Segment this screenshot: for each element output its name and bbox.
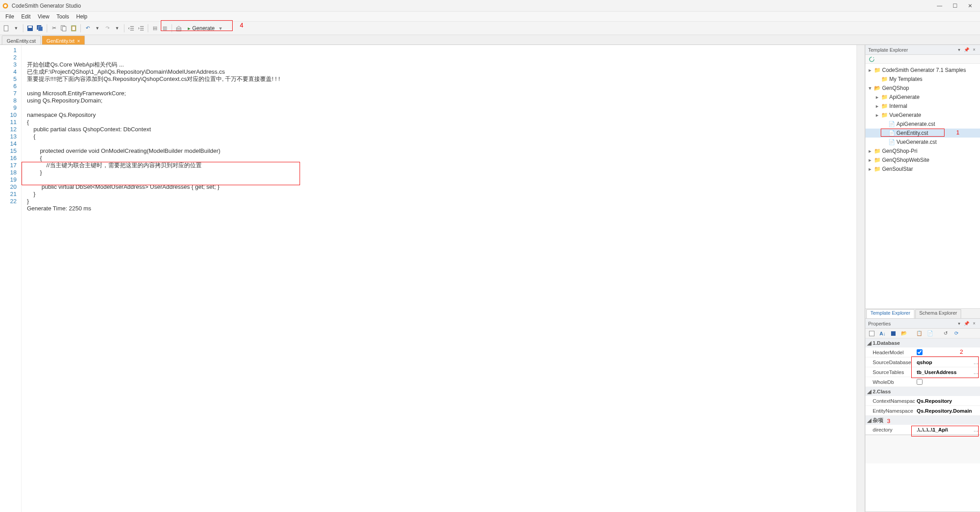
tree-node-internal[interactable]: ▸📁Internal	[865, 102, 980, 111]
template-tree[interactable]: ▸📁CodeSmith Generator 7.1 Samples 📁My Te…	[865, 64, 980, 308]
cut-button[interactable]: ✂	[49, 24, 58, 33]
properties-header: Properties ▾ 📌 ×	[865, 319, 980, 329]
prop-refresh-icon[interactable]: ⟳	[952, 329, 961, 338]
annotation-label-1: 1	[956, 129, 959, 136]
close-button[interactable]: ✕	[965, 1, 976, 10]
svg-rect-11	[177, 28, 181, 31]
close-icon[interactable]: ×	[77, 38, 80, 44]
undo-button[interactable]: ↶	[83, 24, 92, 33]
comment-button[interactable]: ▤	[150, 24, 159, 33]
copy-button[interactable]	[59, 24, 68, 33]
generate-button[interactable]: ▸ Generate ▾	[185, 23, 225, 34]
prop-reset-icon[interactable]: ↺	[941, 329, 950, 338]
menubar: File Edit View Tools Help	[0, 12, 980, 22]
tab-schema-explorer[interactable]: Schema Explorer	[915, 309, 961, 318]
tree-node-genentity-cst[interactable]: 📄GenEntity.cst	[865, 129, 980, 138]
prop-categorized-icon[interactable]	[867, 329, 876, 338]
tree-node-apigenerate-cst[interactable]: 📄ApiGenerate.cst	[865, 120, 980, 129]
prop-copy-icon[interactable]: 📋	[915, 329, 924, 338]
sourcetables-value[interactable]: tb_UserAddress	[915, 370, 972, 375]
panel-pin-icon[interactable]: 📌	[963, 321, 970, 327]
tab-template-explorer[interactable]: Template Explorer	[866, 309, 914, 318]
properties-description	[865, 435, 980, 463]
editor-area: 12345678910111213141516171819202122 开始创建…	[0, 45, 865, 512]
save-all-button[interactable]	[35, 24, 44, 33]
doctab-genentity-cst[interactable]: GenEntity.cst	[2, 36, 41, 45]
tree-node-gensoulstar[interactable]: ▸📁GenSoulStar	[865, 165, 980, 174]
directory-browse-button[interactable]: …	[972, 427, 980, 432]
tree-node-mytemplates[interactable]: 📁My Templates	[865, 75, 980, 84]
outdent-button[interactable]	[127, 24, 136, 33]
sourcedatabase-browse-button[interactable]: …	[972, 360, 980, 365]
menu-edit[interactable]: Edit	[18, 13, 34, 21]
prop-row-sourcetables[interactable]: SourceTables tb_UserAddress …	[865, 367, 980, 377]
code-editor[interactable]: 12345678910111213141516171819202122 开始创建…	[0, 45, 865, 512]
tree-node-genqshop[interactable]: ▾📂GenQShop	[865, 84, 980, 93]
app-title: CodeSmith Generator Studio	[12, 3, 81, 9]
panel-dropdown-icon[interactable]: ▾	[956, 321, 962, 327]
wholedb-checkbox[interactable]	[917, 379, 923, 385]
properties-toolbar: A↓ 📂 📋 📄 ↺ ⟳	[865, 329, 980, 338]
template-explorer-panel: Template Explorer ▾ 📌 × ▸📁CodeSmith Gene…	[865, 45, 980, 319]
tree-node-samples[interactable]: ▸📁CodeSmith Generator 7.1 Samples	[865, 66, 980, 75]
prop-section-misc[interactable]: ◢杂项	[865, 416, 980, 425]
properties-panel: Properties ▾ 📌 × A↓ 📂 📋 📄 ↺ ⟳	[865, 319, 980, 512]
redo-dropdown[interactable]: ▾	[113, 24, 122, 33]
panel-dropdown-icon[interactable]: ▾	[956, 47, 962, 53]
sourcedatabase-value[interactable]: qshop	[915, 360, 972, 365]
redo-button[interactable]: ↷	[103, 24, 112, 33]
prop-section-database[interactable]: ◢1.Database	[865, 338, 980, 347]
menu-view[interactable]: View	[34, 13, 53, 21]
property-grid[interactable]: ◢1.Database HeaderModel SourceDatabase q…	[865, 338, 980, 435]
prop-open-icon[interactable]: 📂	[900, 329, 909, 338]
prop-row-entityns[interactable]: EntityNamespace Qs.Repository.Domain	[865, 406, 980, 416]
explorer-tabs: Template Explorer Schema Explorer	[865, 308, 980, 318]
contextns-value[interactable]: Qs.Repository	[915, 398, 980, 404]
paste-button[interactable]	[69, 24, 78, 33]
tree-node-vuegenerate[interactable]: ▸📁VueGenerate	[865, 111, 980, 120]
prop-paste-icon[interactable]: 📄	[926, 329, 935, 338]
line-gutter: 12345678910111213141516171819202122	[0, 45, 22, 512]
menu-help[interactable]: Help	[73, 13, 91, 21]
prop-section-class[interactable]: ◢2.Class	[865, 387, 980, 396]
tree-node-genqshopwebsite[interactable]: ▸📁GenQShopWebSite	[865, 156, 980, 165]
entityns-value[interactable]: Qs.Repository.Domain	[915, 408, 980, 414]
new-dropdown[interactable]: ▾	[12, 24, 21, 33]
undo-dropdown[interactable]: ▾	[93, 24, 102, 33]
tree-node-genqshop-pri[interactable]: ▸📁GenQShop-Pri	[865, 147, 980, 156]
doctab-label: GenEntity.txt	[47, 38, 75, 44]
panel-close-icon[interactable]: ×	[971, 321, 977, 327]
prop-save-icon[interactable]	[889, 329, 898, 338]
uncomment-button[interactable]: ▥	[160, 24, 169, 33]
directory-value[interactable]: .\..\..\..\1_Api\	[915, 427, 972, 432]
prop-alpha-icon[interactable]: A↓	[878, 329, 887, 338]
template-explorer-toolbar	[865, 55, 980, 64]
headermodel-checkbox[interactable]	[917, 349, 923, 355]
panel-pin-icon[interactable]: 📌	[963, 47, 970, 53]
indent-button[interactable]	[137, 24, 146, 33]
new-file-button[interactable]	[2, 24, 11, 33]
save-button[interactable]	[26, 24, 35, 33]
svg-rect-4	[28, 26, 32, 28]
build-button[interactable]	[174, 24, 183, 33]
maximize-button[interactable]: ☐	[949, 1, 960, 10]
prop-row-contextns[interactable]: ContextNamespace Qs.Repository	[865, 396, 980, 406]
panel-title: Template Explorer	[868, 47, 908, 53]
code-lines[interactable]: 开始创建Qs.Core WebApi相关代码 ...已生成F:\Project\…	[22, 45, 865, 512]
doctab-label: GenEntity.cst	[7, 38, 36, 44]
prop-row-wholedb[interactable]: WholeDb	[865, 377, 980, 387]
editor-vertical-scrollbar[interactable]	[856, 45, 865, 512]
menu-file[interactable]: File	[2, 13, 18, 21]
refresh-icon[interactable]	[867, 55, 876, 64]
minimize-button[interactable]: —	[934, 1, 945, 10]
sourcetables-browse-button[interactable]: …	[972, 370, 980, 375]
panel-close-icon[interactable]: ×	[971, 47, 977, 53]
annotation-label-2: 2	[960, 348, 963, 355]
tree-node-apigenerate[interactable]: ▸📁ApiGenerate	[865, 93, 980, 102]
menu-tools[interactable]: Tools	[53, 13, 73, 21]
prop-row-sourcedatabase[interactable]: SourceDatabase qshop …	[865, 357, 980, 367]
annotation-label-3: 3	[887, 418, 890, 424]
prop-row-directory[interactable]: directory .\..\..\..\1_Api\ …	[865, 425, 980, 435]
tree-node-vuegenerate-cst[interactable]: 📄VueGenerate.cst	[865, 138, 980, 147]
doctab-genentity-txt[interactable]: GenEntity.txt ×	[42, 36, 85, 45]
